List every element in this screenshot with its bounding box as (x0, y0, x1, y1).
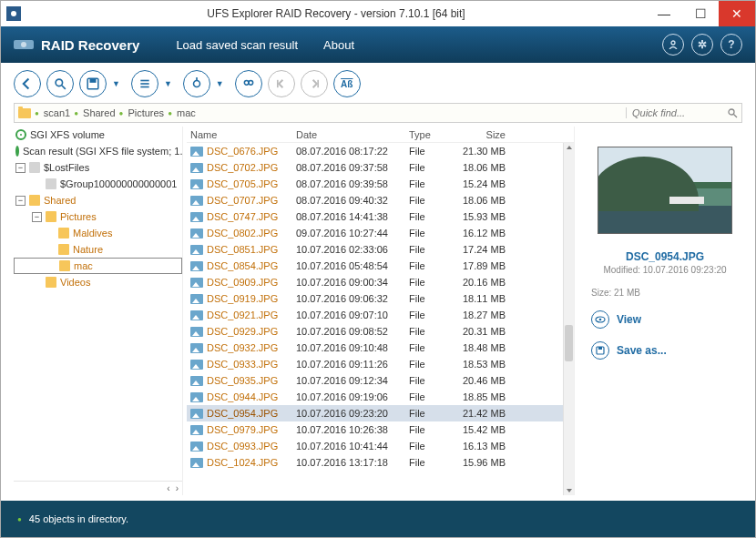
about-link[interactable]: About (323, 38, 354, 52)
collapse-icon[interactable]: − (15, 196, 26, 206)
breadcrumb-root[interactable] (18, 108, 31, 118)
image-icon (190, 228, 203, 239)
file-row[interactable]: DSC_0676.JPG08.07.2016 08:17:22File21.30… (187, 143, 574, 159)
list-dropdown-arrow[interactable]: ▼ (164, 79, 172, 88)
maximize-button[interactable]: ☐ (682, 1, 719, 26)
svg-rect-13 (196, 77, 198, 81)
quick-find (626, 107, 738, 118)
quick-find-input[interactable] (632, 107, 723, 118)
minimize-button[interactable]: — (646, 1, 682, 26)
image-icon (190, 458, 203, 468)
file-row[interactable]: DSC_0921.JPG10.07.2016 09:07:10File18.27… (187, 307, 574, 323)
svg-rect-8 (90, 78, 97, 83)
file-row[interactable]: DSC_0935.JPG10.07.2016 09:12:34File20.46… (187, 372, 574, 389)
help-button[interactable]: ? (720, 34, 742, 56)
breadcrumb: scan1 Shared Pictures mac (14, 103, 742, 123)
eye-icon (591, 310, 609, 329)
user-button[interactable] (662, 34, 684, 56)
settings-button[interactable]: ✲ (691, 34, 713, 56)
window-controls: — ☐ ✕ (646, 1, 755, 26)
svg-point-15 (249, 81, 253, 86)
tree-mac[interactable]: mac (14, 258, 182, 274)
preview-panel: DSC_0954.JPG Modified: 10.07.2016 09:23:… (578, 127, 742, 495)
close-button[interactable]: ✕ (719, 1, 755, 26)
tree-group[interactable]: $Group100000000000001 (14, 176, 182, 192)
file-row[interactable]: DSC_0702.JPG08.07.2016 09:37:58File18.06… (187, 159, 574, 176)
file-row[interactable]: DSC_0919.JPG10.07.2016 09:06:32File18.11… (187, 290, 574, 307)
next-button[interactable] (301, 70, 328, 97)
file-row[interactable]: DSC_0909.JPG10.07.2016 09:00:34File20.16… (187, 274, 574, 290)
file-row[interactable]: DSC_0929.JPG10.07.2016 09:08:52File20.31… (187, 323, 574, 340)
file-row[interactable]: DSC_0707.JPG08.07.2016 09:40:32File18.06… (187, 192, 574, 208)
scrollbar-thumb[interactable] (565, 325, 573, 361)
col-type[interactable]: Type (409, 129, 456, 140)
app-logo-text: RAID Recovery (41, 37, 139, 53)
collapse-icon[interactable]: − (15, 163, 26, 173)
tree-videos[interactable]: Videos (14, 274, 182, 290)
file-row[interactable]: DSC_0933.JPG10.07.2016 09:11:26File18.53… (187, 356, 574, 372)
prev-button[interactable] (268, 70, 295, 97)
file-list-body: DSC_0676.JPG08.07.2016 08:17:22File21.30… (187, 143, 574, 495)
window-title: UFS Explorer RAID Recovery - version 7.1… (26, 7, 646, 20)
file-row[interactable]: DSC_0747.JPG08.07.2016 14:41:38File15.93… (187, 208, 574, 225)
app-icon (1, 6, 26, 21)
image-icon (190, 343, 203, 353)
folder-icon (18, 108, 31, 118)
svg-line-19 (734, 115, 738, 118)
file-row[interactable]: DSC_0854.JPG10.07.2016 05:48:54File17.89… (187, 258, 574, 274)
list-view-button[interactable] (131, 70, 158, 97)
search-icon[interactable] (727, 107, 738, 118)
tree-volume[interactable]: SGI XFS volume (14, 127, 182, 143)
image-icon (190, 245, 203, 255)
svg-point-4 (671, 41, 675, 45)
tree-maldives[interactable]: Maldives (14, 225, 182, 241)
image-icon (190, 179, 203, 189)
find-button[interactable] (235, 70, 262, 97)
image-icon (190, 409, 203, 419)
tree-scrollbar[interactable]: ‹› (14, 481, 182, 495)
file-list-scrollbar[interactable] (563, 143, 574, 495)
collapse-icon[interactable]: − (32, 212, 42, 222)
tree-nature[interactable]: Nature (14, 241, 182, 258)
tree-pictures[interactable]: −Pictures (14, 208, 182, 225)
image-icon (190, 261, 203, 271)
save-button[interactable] (79, 70, 107, 97)
file-row[interactable]: DSC_0979.JPG10.07.2016 10:26:38File15.42… (187, 421, 574, 438)
image-icon (190, 294, 203, 304)
tree-scan-result[interactable]: Scan result (SGI XFS file system; 1.85 G… (14, 143, 182, 159)
tree-shared[interactable]: −Shared (14, 192, 182, 208)
file-row[interactable]: DSC_1024.JPG10.07.2016 13:17:18File15.96… (187, 454, 574, 471)
file-row[interactable]: DSC_0705.JPG08.07.2016 09:39:58File15.24… (187, 176, 574, 192)
svg-point-5 (56, 79, 62, 86)
breadcrumb-item[interactable]: mac (168, 107, 196, 118)
filter-dropdown-arrow[interactable]: ▼ (216, 79, 224, 88)
view-button[interactable]: View (591, 310, 641, 329)
file-row[interactable]: DSC_0851.JPG10.07.2016 02:33:06File17.24… (187, 241, 574, 258)
disk-icon (15, 129, 26, 140)
file-row[interactable]: DSC_0932.JPG10.07.2016 09:10:48File18.48… (187, 340, 574, 356)
folder-icon (58, 244, 69, 255)
breadcrumb-item[interactable]: Pictures (119, 107, 165, 118)
file-row[interactable]: DSC_0944.JPG10.07.2016 09:19:06File18.85… (187, 389, 574, 405)
tree-lostfiles[interactable]: −$LostFiles (14, 159, 182, 176)
save-dropdown-arrow[interactable]: ▼ (112, 79, 120, 88)
col-date[interactable]: Date (296, 129, 409, 140)
file-row[interactable]: DSC_0954.JPG10.07.2016 09:23:20File21.42… (187, 405, 574, 421)
search-button[interactable] (46, 70, 74, 97)
filter-button[interactable] (183, 70, 210, 97)
file-row[interactable]: DSC_0802.JPG09.07.2016 10:27:44File16.12… (187, 225, 574, 241)
back-button[interactable] (14, 70, 41, 97)
folder-icon (29, 162, 40, 173)
folder-icon (59, 260, 70, 271)
disk-icon (15, 146, 19, 157)
breadcrumb-item[interactable]: Shared (74, 107, 115, 118)
col-size[interactable]: Size (456, 129, 506, 140)
save-as-button[interactable]: Save as... (591, 341, 667, 360)
col-name[interactable]: Name (187, 129, 296, 140)
breadcrumb-item[interactable]: scan1 (35, 107, 70, 118)
image-icon (190, 147, 203, 157)
match-case-button[interactable]: Aß (333, 70, 361, 97)
app-bar: RAID Recovery Load saved scan result Abo… (1, 26, 755, 63)
load-saved-scan-link[interactable]: Load saved scan result (176, 38, 298, 52)
file-row[interactable]: DSC_0993.JPG10.07.2016 10:41:44File16.13… (187, 438, 574, 454)
